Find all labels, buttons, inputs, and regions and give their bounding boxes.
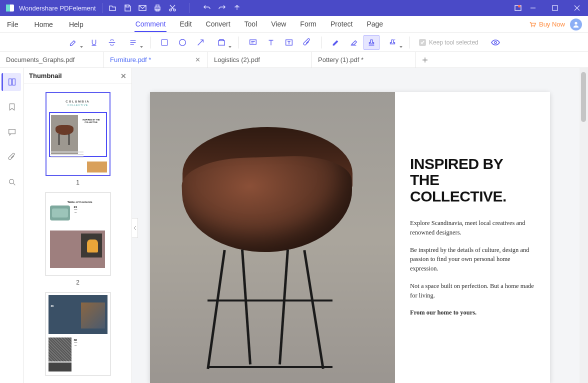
- rail-attachments-button[interactable]: [3, 148, 21, 166]
- menu-help[interactable]: Help: [68, 18, 84, 32]
- separator: [321, 36, 322, 48]
- thumbnail-page-3[interactable]: 28 30━━━━━: [46, 292, 110, 376]
- svg-rect-4: [156, 5, 159, 7]
- collapse-panel-button[interactable]: [132, 218, 138, 238]
- menu-page[interactable]: Page: [366, 17, 384, 32]
- thumbnail-title: Thumbnail: [29, 72, 62, 80]
- menu-comment[interactable]: Comment: [134, 17, 167, 32]
- menu-edit[interactable]: Edit: [178, 17, 192, 32]
- menu-file[interactable]: File: [6, 18, 20, 32]
- minimize-button[interactable]: [522, 0, 544, 16]
- rail-search-button[interactable]: [3, 173, 21, 191]
- underline-tool[interactable]: [86, 35, 102, 50]
- page-number: 2: [46, 279, 110, 286]
- rail-thumbnail-button[interactable]: [2, 73, 21, 91]
- maximize-button[interactable]: [544, 0, 566, 16]
- menu-convert[interactable]: Convert: [205, 17, 232, 32]
- svg-rect-15: [218, 40, 225, 45]
- tab-label: Pottery (1).pdf *: [318, 56, 364, 64]
- pencil-tool[interactable]: [328, 35, 344, 50]
- toc-label: Table of Contents: [53, 200, 107, 204]
- brand-text: COLUMBIA: [50, 100, 106, 103]
- svg-rect-21: [12, 79, 14, 86]
- svg-rect-16: [250, 40, 256, 44]
- page-number: 1: [46, 179, 110, 186]
- rail-comments-button[interactable]: [3, 123, 21, 141]
- thumbnail-image: COLUMBIA COLLECTIVE INSPIRED BY THE COLL…: [46, 92, 110, 176]
- buy-now-label: Buy Now: [539, 20, 565, 28]
- separator: [410, 36, 410, 48]
- shapes-tool[interactable]: [210, 35, 232, 50]
- text-column: INSPIRED BYTHE COLLECTIVE. Explore Scand…: [395, 92, 550, 383]
- rectangle-tool[interactable]: [156, 35, 172, 50]
- open-icon[interactable]: [108, 4, 116, 12]
- caret-tool[interactable]: [122, 35, 144, 50]
- tab-documents-graphs[interactable]: Documents_Graphs.pdf: [0, 52, 104, 68]
- eraser-tool[interactable]: [346, 35, 362, 50]
- paragraph: Not a space built on perfection. But a h…: [410, 282, 537, 300]
- oval-tool[interactable]: [174, 35, 190, 50]
- thumbnail-image: Table of Contents 24━━━━━: [46, 192, 110, 276]
- paragraph: Explore Scandinavia, meet local creative…: [410, 218, 537, 238]
- title-bar: Wondershare PDFelement: [0, 0, 588, 16]
- undo-icon[interactable]: [203, 4, 211, 12]
- avatar[interactable]: [570, 18, 582, 30]
- close-icon[interactable]: ✕: [194, 56, 202, 64]
- svg-point-12: [574, 22, 577, 24]
- svg-point-19: [494, 42, 496, 44]
- document-canvas[interactable]: INSPIRED BYTHE COLLECTIVE. Explore Scand…: [132, 68, 588, 383]
- thumbnail-panel: Thumbnail ✕ COLUMBIA COLLECTIVE INSPIRED…: [24, 68, 132, 383]
- text-tool[interactable]: [263, 35, 279, 50]
- add-tab-button[interactable]: [416, 52, 434, 68]
- page-view: INSPIRED BYTHE COLLECTIVE. Explore Scand…: [150, 92, 550, 383]
- svg-point-14: [180, 39, 186, 46]
- menu-view[interactable]: View: [270, 17, 287, 32]
- thumbnail-page-1[interactable]: COLUMBIA COLLECTIVE INSPIRED BY THE COLL…: [46, 92, 110, 186]
- attachment-tool[interactable]: [299, 35, 315, 50]
- visibility-icon[interactable]: [488, 35, 504, 50]
- cut-icon[interactable]: [168, 4, 176, 12]
- redo-icon[interactable]: [218, 4, 226, 12]
- thumbnail-page-2[interactable]: Table of Contents 24━━━━━ 2: [46, 192, 110, 286]
- arrow-tool[interactable]: [192, 35, 208, 50]
- main-area: Thumbnail ✕ COLUMBIA COLLECTIVE INSPIRED…: [0, 68, 588, 383]
- svg-rect-1: [6, 4, 10, 12]
- paragraph: From our home to yours.: [410, 308, 537, 318]
- textbox-tool[interactable]: [281, 35, 297, 50]
- screenshot-icon[interactable]: [514, 4, 522, 12]
- svg-rect-13: [162, 40, 167, 45]
- highlight-tool[interactable]: [62, 35, 84, 50]
- close-button[interactable]: [566, 0, 588, 16]
- mail-icon[interactable]: [138, 4, 146, 12]
- svg-rect-20: [8, 79, 11, 86]
- app-title: Wondershare PDFelement: [19, 4, 96, 12]
- close-icon[interactable]: ✕: [120, 72, 126, 80]
- scrollbar-track[interactable]: [580, 68, 588, 383]
- thumbnail-header: Thumbnail ✕: [24, 68, 132, 84]
- stamp-tool[interactable]: [364, 35, 380, 50]
- keep-tool-checkbox[interactable]: Keep tool selected: [419, 39, 478, 46]
- note-tool[interactable]: [245, 35, 261, 50]
- thumbnail-list[interactable]: COLUMBIA COLLECTIVE INSPIRED BY THE COLL…: [24, 84, 132, 383]
- scrollbar-thumb[interactable]: [581, 72, 586, 122]
- tab-logistics[interactable]: Logistics (2).pdf: [208, 52, 312, 68]
- signature-tool[interactable]: [382, 35, 404, 50]
- save-icon[interactable]: [124, 4, 132, 12]
- tab-pottery[interactable]: Pottery (1).pdf *: [312, 52, 416, 68]
- rail-bookmark-button[interactable]: [3, 98, 21, 116]
- checkbox-icon: [419, 39, 426, 46]
- window-controls: [522, 0, 588, 16]
- tab-furniture[interactable]: Furniture.pdf * ✕: [104, 52, 208, 68]
- menu-home[interactable]: Home: [34, 18, 54, 32]
- menu-form[interactable]: Form: [299, 17, 318, 32]
- separator: [238, 36, 239, 48]
- print-icon[interactable]: [154, 4, 162, 12]
- menu-protect[interactable]: Protect: [330, 17, 354, 32]
- menu-tool[interactable]: Tool: [244, 17, 258, 32]
- svg-rect-9: [552, 6, 558, 10]
- strikethrough-tool[interactable]: [104, 35, 120, 50]
- svg-point-23: [9, 180, 14, 184]
- more-icon[interactable]: [233, 4, 241, 12]
- buy-now-link[interactable]: Buy Now: [529, 20, 565, 28]
- svg-rect-22: [8, 130, 15, 134]
